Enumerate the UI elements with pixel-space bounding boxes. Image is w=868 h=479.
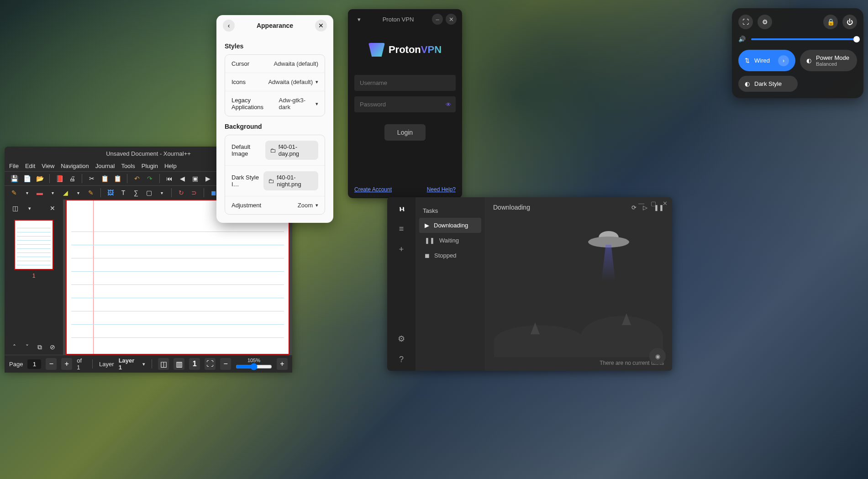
sidebar-item-downloading[interactable]: ▶ Downloading	[419, 218, 481, 233]
redo-icon[interactable]: ↷	[145, 174, 155, 184]
copy-icon[interactable]: 📋	[100, 174, 110, 184]
layer-dropdown-icon[interactable]: ▾	[142, 361, 145, 367]
back-button[interactable]: ‹	[223, 20, 235, 32]
cursor-row[interactable]: Cursor Adwaita (default)	[225, 55, 325, 73]
menu-file[interactable]: File	[9, 163, 19, 169]
chevron-right-icon[interactable]: ›	[778, 55, 789, 66]
wired-tile[interactable]: ⇅ Wired ›	[738, 50, 795, 71]
export-pdf-icon[interactable]: 📕	[54, 174, 64, 184]
close-icon[interactable]: ✕	[663, 200, 668, 207]
screenshot-button[interactable]: ⛶	[738, 15, 753, 29]
view-pages-icon[interactable]: ◫	[158, 358, 169, 370]
eraser-icon[interactable]: ▬	[35, 188, 45, 198]
icons-row[interactable]: Icons Adwaita (default)▾	[225, 73, 325, 91]
add-icon[interactable]: +	[399, 245, 404, 254]
power-mode-tile[interactable]: ◐ Power Mode Balanced	[800, 50, 857, 71]
shape-icon[interactable]: ▢	[144, 188, 154, 198]
dropdown-icon[interactable]: ▾	[73, 188, 83, 198]
rotate-icon[interactable]: ↻	[176, 188, 186, 198]
close-button[interactable]: ✕	[446, 14, 457, 25]
menu-tools[interactable]: Tools	[121, 163, 135, 169]
prev-page-icon[interactable]: ◀	[177, 174, 187, 184]
menu-button[interactable]: ▾	[353, 14, 364, 25]
help-icon[interactable]: ?	[399, 355, 404, 364]
highlighter-icon[interactable]: ◢	[60, 188, 70, 198]
volume-slider[interactable]	[751, 38, 857, 40]
menu-plugin[interactable]: Plugin	[142, 163, 158, 169]
settings-button[interactable]: ⚙	[758, 15, 772, 29]
page-thumbnail[interactable]	[14, 220, 53, 270]
default-image-chip[interactable]: 🗀f40-01-day.png	[265, 141, 318, 160]
cut-icon[interactable]: ✂	[87, 174, 97, 184]
magnet-icon[interactable]: ⊃	[189, 188, 199, 198]
dropdown-icon[interactable]: ▾	[22, 188, 32, 198]
login-button[interactable]: Login	[384, 124, 426, 141]
move-down-icon[interactable]: ˅	[22, 342, 32, 352]
open-icon[interactable]: 📂	[35, 174, 45, 184]
refresh-icon[interactable]: ⟳	[631, 204, 637, 211]
zoom-in-button[interactable]: +	[277, 358, 288, 370]
legacy-value: Adw-gtk3-dark	[279, 97, 313, 111]
sidebar-item-waiting[interactable]: ❚❚ Waiting	[419, 233, 481, 248]
paste-icon[interactable]: 📋	[112, 174, 122, 184]
minimize-icon[interactable]: —	[638, 200, 644, 207]
adjustment-row[interactable]: Adjustment Zoom▾	[225, 196, 325, 214]
dropdown-icon[interactable]: ▾	[25, 203, 35, 213]
print-icon[interactable]: 🖨	[67, 174, 77, 184]
dark-style-tile[interactable]: ◐ Dark Style	[738, 76, 798, 92]
page-canvas[interactable]	[66, 200, 289, 355]
canvas-area[interactable]	[63, 200, 292, 355]
zoom-out-button[interactable]: −	[220, 358, 231, 370]
duplicate-icon[interactable]: ⧉	[35, 342, 45, 352]
lock-button[interactable]: 🔒	[823, 15, 838, 29]
menu-navigation[interactable]: Navigation	[61, 163, 89, 169]
pen-icon[interactable]: ✎	[9, 188, 19, 198]
show-password-icon[interactable]: 👁	[446, 101, 451, 108]
image-icon[interactable]: 🖼	[105, 188, 116, 198]
pages-icon[interactable]: ◫	[10, 203, 20, 213]
next-page-icon[interactable]: ▶	[203, 174, 213, 184]
page-input[interactable]	[27, 359, 41, 369]
tasks-icon[interactable]: ≡	[399, 224, 404, 234]
dark-style-label: Dark Style	[754, 80, 782, 87]
new-icon[interactable]: 📄	[22, 174, 32, 184]
layer-value[interactable]: Layer 1	[119, 357, 138, 371]
legacy-apps-row[interactable]: Legacy Applications Adw-gtk3-dark▾	[225, 91, 325, 116]
save-icon[interactable]: 💾	[9, 174, 19, 184]
zoom-slider[interactable]	[236, 363, 272, 370]
menu-journal[interactable]: Journal	[95, 163, 115, 169]
volume-icon[interactable]: 🔊	[738, 36, 746, 42]
menu-view[interactable]: View	[42, 163, 54, 169]
username-input[interactable]	[354, 75, 456, 91]
undo-icon[interactable]: ↶	[132, 174, 142, 184]
view-continuous-icon[interactable]: ▥	[174, 358, 184, 370]
menu-edit[interactable]: Edit	[25, 163, 35, 169]
speed-fab-icon[interactable]: ◉	[649, 348, 666, 364]
page-nav-icon[interactable]: ▣	[190, 174, 200, 184]
view-one-icon[interactable]: 1	[189, 358, 200, 370]
minimize-button[interactable]: –	[432, 14, 443, 25]
move-up-icon[interactable]: ˄	[9, 342, 19, 352]
pen2-icon[interactable]: ✎	[86, 188, 96, 198]
fit-width-icon[interactable]: ⛶	[205, 358, 216, 370]
password-input[interactable]	[354, 96, 456, 112]
power-button[interactable]: ⏻	[842, 15, 857, 29]
text-icon[interactable]: T	[118, 188, 128, 198]
page-minus-button[interactable]: −	[46, 358, 57, 370]
close-button[interactable]: ✕	[315, 20, 327, 32]
delete-icon[interactable]: ⊘	[47, 342, 58, 352]
maximize-icon[interactable]: ▢	[651, 200, 656, 207]
ufo-illustration	[588, 231, 629, 254]
dropdown-icon[interactable]: ▾	[47, 188, 58, 198]
dropdown-icon[interactable]: ▾	[157, 188, 167, 198]
tex-icon[interactable]: ∑	[131, 188, 141, 198]
first-page-icon[interactable]: ⏮	[164, 174, 174, 184]
settings-icon[interactable]: ⚙	[398, 334, 405, 344]
create-account-link[interactable]: Create Account	[354, 186, 392, 193]
need-help-link[interactable]: Need Help?	[427, 186, 456, 193]
close-sidebar-icon[interactable]: ✕	[47, 203, 58, 213]
sidebar-item-stopped[interactable]: ◼ Stopped	[419, 248, 481, 263]
dark-image-chip[interactable]: 🗀f40-01-night.png	[263, 171, 318, 190]
page-plus-button[interactable]: +	[61, 358, 72, 370]
menu-help[interactable]: Help	[164, 163, 177, 169]
